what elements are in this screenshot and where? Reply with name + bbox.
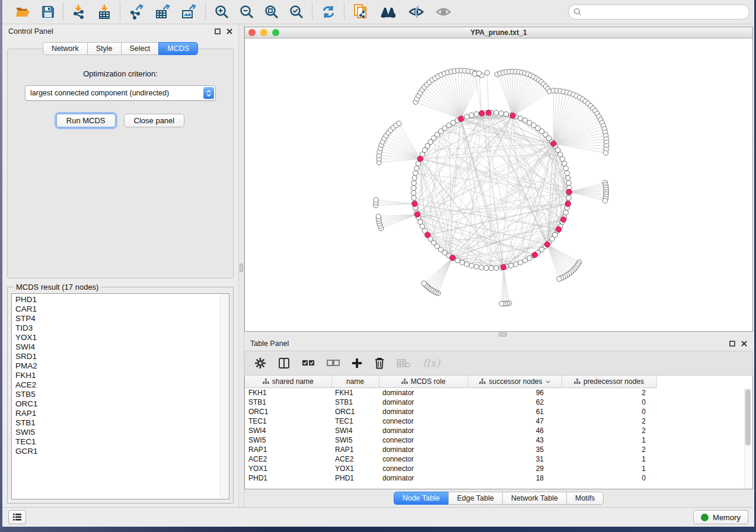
column-header-shared-name[interactable]: shared name [245,376,331,388]
criterion-select[interactable]: largest connected component (undirected) [25,85,216,101]
zoom-out-button[interactable] [238,4,255,20]
table-row[interactable]: STB1STB1dominator620 [245,398,732,407]
export-image-button[interactable] [180,3,198,21]
float-panel-icon[interactable] [215,28,221,34]
table-row[interactable]: SWI4SWI4dominator462 [245,426,732,435]
mcds-result-list[interactable]: PHD1CAR1STP4TID3YOX1SWI4SRD1PMA2FKH1ACE2… [11,293,229,499]
cell: 0 [562,473,656,483]
select-all-columns-button[interactable] [301,358,316,368]
tab-network-table[interactable]: Network Table [502,492,566,505]
close-panel-icon[interactable] [227,28,232,34]
list-item[interactable]: YOX1 [15,333,229,342]
delete-table-button[interactable] [395,357,412,369]
table-row[interactable]: FKH1FKH1dominator962 [245,388,732,398]
table-scrollbar-thumb[interactable] [745,389,751,446]
list-item[interactable]: ACE2 [15,380,229,390]
table-row[interactable]: YOX1YOX1connector291 [245,464,732,473]
close-window-icon[interactable] [248,29,256,36]
cell: 0 [562,398,656,407]
export-table-button[interactable] [154,3,172,21]
function-builder-button[interactable]: f(x) [422,356,441,370]
network-canvas[interactable] [245,39,752,331]
close-panel-button[interactable]: Close panel [124,114,185,127]
table-toolbar: f(x) [244,351,753,376]
column-header-MCDS-role[interactable]: MCDS role [379,376,468,388]
network-graph[interactable] [245,39,752,331]
tab-style[interactable]: Style [87,42,121,55]
splitter-handle[interactable] [240,264,243,272]
table-row[interactable]: TEC1TEC1connector472 [245,416,732,426]
list-item[interactable]: PMA2 [15,361,229,371]
close-panel-icon[interactable] [741,341,747,347]
zoom-selected-button[interactable] [288,4,305,20]
create-column-button[interactable] [350,357,363,370]
column-header-successor-nodes[interactable]: successor nodes [468,376,562,388]
list-item[interactable]: STB1 [15,418,229,428]
export-network-button[interactable] [128,3,146,21]
table-row[interactable]: ACE2ACE2connector311 [245,454,732,464]
cell: SWI4 [245,426,331,435]
column-header-name[interactable]: name [331,376,379,388]
horizontal-splitter[interactable] [244,332,753,336]
list-item[interactable]: TID3 [15,323,229,333]
table-row[interactable]: SWI5SWI5connector431 [245,435,732,445]
tab-node-table[interactable]: Node Table [394,492,448,505]
maximize-window-icon[interactable] [272,29,279,36]
column-header-predecessor-nodes[interactable]: predecessor nodes [562,376,656,388]
zoom-in-button[interactable] [213,4,230,20]
list-item[interactable]: FKH1 [15,371,229,380]
delete-column-button[interactable] [373,356,386,370]
list-item[interactable]: ORC1 [15,399,229,409]
sort-desc-icon [546,380,550,383]
list-item[interactable]: STB5 [15,390,229,399]
trash-icon [374,357,385,369]
tab-mcds[interactable]: MCDS [158,42,198,55]
tab-edge-table[interactable]: Edge Table [448,492,502,505]
table-row[interactable]: PHD1PHD1dominator180 [245,473,732,483]
cell: 47 [468,416,562,426]
tab-network[interactable]: Network [43,42,87,55]
clone-network-button[interactable] [352,2,370,21]
splitter-handle[interactable] [499,332,507,336]
import-table-button[interactable] [96,3,113,21]
list-item[interactable]: STP4 [15,314,229,323]
list-item[interactable]: SWI5 [15,428,229,437]
control-panel-title: Control Panel [8,27,53,36]
table-row[interactable]: ORC1ORC1dominator610 [245,407,732,416]
cell: FKH1 [245,388,331,398]
first-neighbors-button[interactable] [378,4,398,20]
list-item[interactable]: CAR1 [15,305,229,314]
save-button[interactable] [40,4,56,20]
table-row[interactable]: RAP1RAP1dominator352 [245,445,732,454]
cell: 18 [468,473,562,483]
memory-button[interactable]: Memory [693,510,748,524]
list-item[interactable]: SWI4 [15,342,229,352]
open-file-button[interactable] [14,4,32,20]
refresh-button[interactable] [320,4,337,20]
mcds-result-title: MCDS result (17 nodes) [14,283,101,291]
list-item[interactable]: GCR1 [15,447,229,456]
tab-select[interactable]: Select [121,42,159,55]
list-item[interactable]: TEC1 [15,437,229,447]
show-column-panel-button[interactable] [277,356,291,370]
import-network-button[interactable] [71,3,88,21]
list-scrollbar-track[interactable] [220,294,228,498]
list-item[interactable]: SRD1 [15,352,229,361]
show-all-button[interactable] [434,4,453,20]
tab-motifs[interactable]: Motifs [566,492,604,505]
task-history-button[interactable] [8,510,26,524]
hide-selected-button[interactable] [407,4,426,20]
list-item[interactable]: PHD1 [15,295,229,305]
minimize-window-icon[interactable] [260,29,267,36]
run-mcds-button[interactable]: Run MCDS [56,114,116,127]
search-input[interactable] [584,7,744,17]
table-scrollbar-track[interactable] [744,388,752,489]
deselect-all-columns-button[interactable] [326,358,341,368]
table-settings-button[interactable] [253,356,267,370]
list-item[interactable]: RAP1 [15,409,229,418]
vertical-splitter[interactable] [238,24,244,507]
zoom-fit-button[interactable] [263,4,280,20]
export-table-icon [155,4,171,20]
float-panel-icon[interactable] [729,341,735,347]
cell: SWI5 [245,435,331,445]
